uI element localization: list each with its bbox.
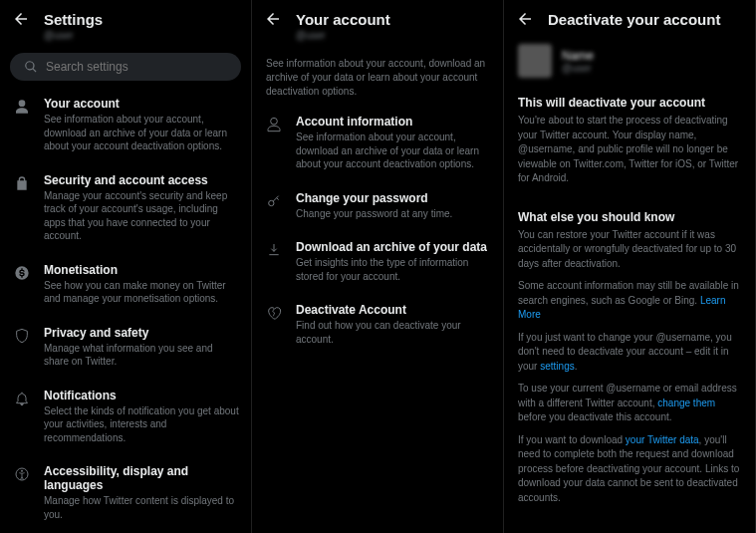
heartbreak-icon [266,305,282,321]
back-button[interactable] [12,10,30,28]
item-account-info[interactable]: Account informationSee information about… [252,105,503,181]
item-title: Privacy and safety [44,326,239,340]
item-desc: See how you can make money on Twitter an… [44,279,239,306]
svg-point-1 [21,470,23,472]
item-desc: Manage how Twitter content is displayed … [44,494,239,521]
item-desc: Manage what information you see and shar… [44,342,239,369]
profile-row[interactable]: Name @user [504,34,755,88]
svg-point-6 [269,200,274,205]
item-desc: See information about your account, down… [296,131,491,171]
panel-header: Settings [0,0,251,34]
section-text: You're about to start the process of dea… [518,114,741,186]
money-icon [14,265,30,281]
item-desc: See information about your account, down… [44,113,239,153]
panel-header: Deactivate your account [504,0,755,34]
back-button[interactable] [264,10,282,28]
page-handle: @user [44,30,251,41]
shield-icon [14,328,30,344]
page-title: Deactivate your account [548,11,720,28]
item-title: Change your password [296,191,491,205]
person-icon [266,117,282,133]
page-title: Your account [296,11,390,28]
item-title: Accessibility, display and languages [44,464,239,492]
section-text: If you just want to change your @usernam… [518,331,741,375]
item-desc: Manage your account's security and keep … [44,189,239,243]
profile-name: Name [562,49,594,63]
sidebar-item-privacy[interactable]: Privacy and safetyManage what informatio… [0,316,251,379]
item-title: Account information [296,115,491,129]
search-box[interactable] [10,53,241,81]
deactivate-button[interactable]: Deactivate [504,521,755,533]
settings-panel: Settings @user Your accountSee informati… [0,0,252,533]
sidebar-item-monetisation[interactable]: MonetisationSee how you can make money o… [0,253,251,316]
search-icon [24,60,38,74]
page-title: Settings [44,11,103,28]
lock-icon [14,175,30,191]
sidebar-item-security[interactable]: Security and account accessManage your a… [0,163,251,253]
accessibility-icon [14,466,30,482]
item-change-password[interactable]: Change your passwordChange your password… [252,181,503,231]
panel-header: Your account [252,0,503,34]
profile-handle: @user [562,63,594,74]
section-text: If you want to download your Twitter dat… [518,433,741,506]
sidebar-item-your-account[interactable]: Your accountSee information about your a… [0,87,251,163]
item-title: Download an archive of your data [296,240,491,254]
item-desc: Get insights into the type of informatio… [296,256,491,283]
item-title: Deactivate Account [296,303,491,317]
item-desc: Select the kinds of notification you get… [44,404,239,445]
section-title: What else you should know [518,210,741,224]
avatar [518,44,552,78]
section-text: Some account information may still be av… [518,279,741,323]
item-title: Notifications [44,389,239,402]
person-icon [14,99,30,115]
back-button[interactable] [516,10,534,28]
download-icon [266,242,282,258]
change-them-link[interactable]: change them [657,398,715,408]
item-download-data[interactable]: Download an archive of your dataGet insi… [252,230,503,293]
key-icon [266,193,282,209]
panel-intro: See information about your account, down… [252,47,503,105]
page-handle: @user [296,30,503,41]
sidebar-item-accessibility[interactable]: Accessibility, display and languagesMana… [0,454,251,531]
item-desc: Find out how you can deactivate your acc… [296,319,491,346]
deactivate-panel: Deactivate your account Name @user This … [504,0,756,533]
item-title: Your account [44,97,239,111]
item-title: Monetisation [44,263,239,277]
section-text: To use your current @username or email a… [518,382,741,425]
sidebar-item-notifications[interactable]: NotificationsSelect the kinds of notific… [0,379,251,455]
item-deactivate[interactable]: Deactivate AccountFind out how you can d… [252,293,503,356]
section-text: You can restore your Twitter account if … [518,228,741,272]
search-input[interactable] [46,60,227,74]
item-title: Security and account access [44,173,239,187]
your-account-panel: Your account @user See information about… [252,0,504,533]
section-title: This will deactivate your account [518,96,741,110]
twitter-data-link[interactable]: your Twitter data [626,434,699,445]
bell-icon [14,391,30,406]
item-desc: Change your password at any time. [296,207,491,221]
settings-link[interactable]: settings [540,361,574,372]
